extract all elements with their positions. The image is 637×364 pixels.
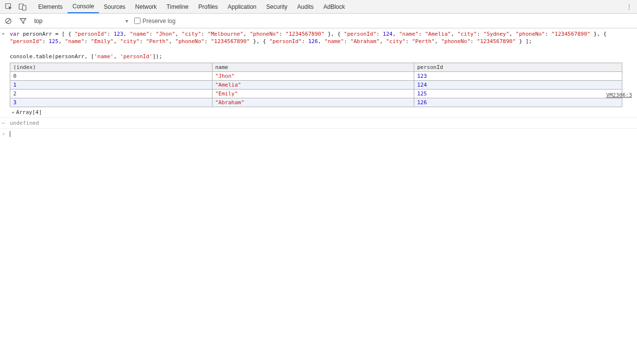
console-prompt[interactable]: ›: [0, 129, 637, 139]
cell-name: "Emily": [212, 89, 414, 98]
cell-personid: 125: [414, 89, 622, 98]
console-table: (index) name personId 0"Jhon"1231"Amelia…: [10, 63, 622, 107]
table-row[interactable]: 1"Amelia"124: [10, 80, 622, 89]
array-summary[interactable]: ▸Array[4]: [10, 109, 634, 115]
table-row[interactable]: 3"Abraham"126: [10, 98, 622, 107]
th-personid[interactable]: personId: [414, 63, 622, 71]
device-icon[interactable]: [16, 0, 29, 14]
cell-name: "Abraham": [212, 98, 414, 107]
cell-name: "Jhon": [212, 71, 414, 80]
return-icon: ⟵: [2, 120, 5, 126]
expand-icon[interactable]: ▸: [2, 30, 5, 37]
cell-index: 1: [10, 80, 212, 89]
cursor: [10, 131, 10, 137]
tab-console[interactable]: Console: [68, 0, 99, 13]
cell-personid: 126: [414, 98, 622, 107]
tab-security[interactable]: Security: [261, 0, 292, 13]
cell-index: 0: [10, 71, 212, 80]
preserve-log-checkbox[interactable]: [134, 18, 141, 24]
cell-personid: 124: [414, 80, 622, 89]
cell-index: 3: [10, 98, 212, 107]
tab-timeline[interactable]: Timeline: [162, 0, 193, 13]
tab-audits[interactable]: Audits: [292, 0, 318, 13]
cell-index: 2: [10, 89, 212, 98]
th-index[interactable]: (index): [10, 63, 212, 71]
tab-elements[interactable]: Elements: [33, 0, 68, 13]
source-link[interactable]: VM2306:3: [606, 92, 632, 98]
cell-personid: 123: [414, 71, 622, 80]
th-name[interactable]: name: [212, 63, 414, 71]
panel-tabs: Elements Console Sources Network Timelin…: [33, 0, 350, 13]
code-text[interactable]: var personArr = [ { "personId": 123, "na…: [10, 30, 634, 61]
preserve-log-toggle[interactable]: Preserve log: [134, 18, 175, 24]
chevron-down-icon: ▾: [125, 18, 128, 24]
table-row[interactable]: 2"Emily"125: [10, 89, 622, 98]
filter-icon[interactable]: [18, 16, 28, 26]
clear-icon[interactable]: [3, 16, 14, 26]
svg-rect-2: [23, 5, 26, 10]
inspect-icon[interactable]: [2, 0, 16, 14]
table-header-row: (index) name personId: [10, 63, 622, 71]
tab-application[interactable]: Application: [223, 0, 261, 13]
expand-array-icon[interactable]: ▸: [12, 109, 15, 115]
return-value: ⟵ undefined: [0, 118, 637, 129]
table-body: 0"Jhon"1231"Amelia"1242"Emily"1253"Abrah…: [10, 71, 622, 107]
context-label: top: [34, 18, 43, 24]
undefined-text: undefined: [10, 120, 39, 126]
tab-profiles[interactable]: Profiles: [193, 0, 223, 13]
context-selector[interactable]: top ▾: [32, 18, 130, 24]
log-entry-input: ▸ var personArr = [ { "personId": 123, "…: [0, 28, 637, 118]
tab-adblock[interactable]: AdBlock: [318, 0, 350, 13]
console-toolbar: top ▾ Preserve log: [0, 14, 637, 28]
table-row[interactable]: 0"Jhon"123: [10, 71, 622, 80]
more-icon[interactable]: ⋮: [623, 3, 635, 10]
devtools-tabbar: Elements Console Sources Network Timelin…: [0, 0, 637, 14]
svg-line-4: [6, 19, 10, 23]
prompt-icon: ›: [2, 131, 5, 137]
tab-sources[interactable]: Sources: [99, 0, 130, 13]
preserve-log-label: Preserve log: [142, 18, 175, 24]
array-summary-text: Array[4]: [16, 109, 42, 115]
tab-network[interactable]: Network: [130, 0, 162, 13]
cell-name: "Amelia": [212, 80, 414, 89]
console-log: ▸ var personArr = [ { "personId": 123, "…: [0, 28, 637, 139]
